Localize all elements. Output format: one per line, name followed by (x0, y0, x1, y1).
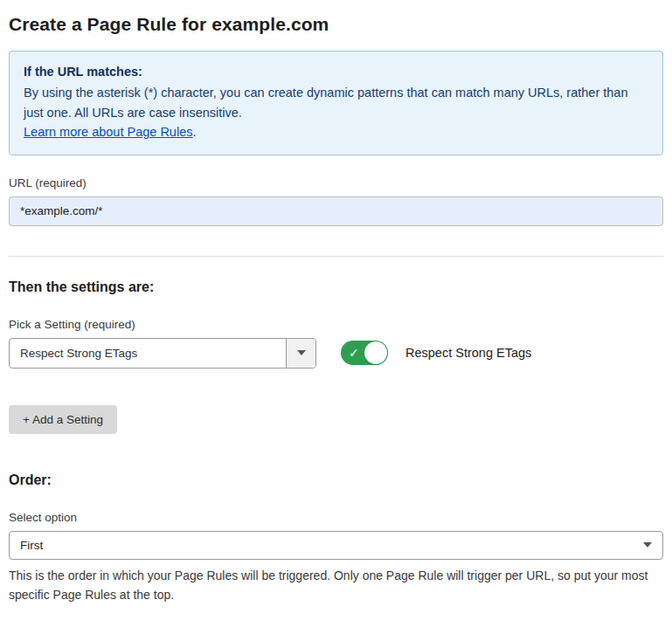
info-box-heading: If the URL matches: (24, 62, 648, 81)
order-section-heading: Order: (9, 472, 663, 488)
pick-setting-label: Pick a Setting (required) (9, 318, 663, 331)
setting-select-value: Respect Strong ETags (10, 339, 286, 368)
toggle-label: Respect Strong ETags (405, 346, 531, 360)
url-input[interactable] (9, 196, 663, 226)
settings-section-heading: Then the settings are: (9, 279, 663, 295)
setting-row: Respect Strong ETags ✓ Respect Strong ET… (9, 338, 663, 369)
order-help-text: This is the order in which your Page Rul… (9, 567, 655, 604)
setting-select-dropdown-button[interactable] (286, 339, 315, 368)
add-setting-button[interactable]: + Add a Setting (9, 405, 117, 434)
order-select[interactable]: First (9, 531, 663, 560)
page-title: Create a Page Rule for example.com (9, 14, 663, 35)
link-period: . (192, 125, 196, 139)
info-box-body: By using the asterisk (*) character, you… (24, 83, 635, 122)
section-divider (9, 256, 663, 257)
toggle-knob (364, 341, 387, 364)
order-select-value: First (20, 539, 43, 552)
chevron-down-icon (297, 350, 306, 355)
url-label: URL (required) (9, 176, 663, 189)
chevron-down-icon (643, 542, 652, 548)
setting-toggle[interactable]: ✓ (341, 341, 388, 365)
url-match-info-box: If the URL matches: By using the asteris… (9, 51, 663, 155)
setting-select[interactable]: Respect Strong ETags (9, 338, 316, 369)
check-icon: ✓ (349, 344, 359, 362)
learn-more-link[interactable]: Learn more about Page Rules (24, 125, 192, 139)
info-box-link-line: Learn more about Page Rules. (24, 122, 648, 141)
create-page-rule-form: Create a Page Rule for example.com If th… (0, 0, 672, 627)
order-select-label: Select option (9, 511, 663, 524)
